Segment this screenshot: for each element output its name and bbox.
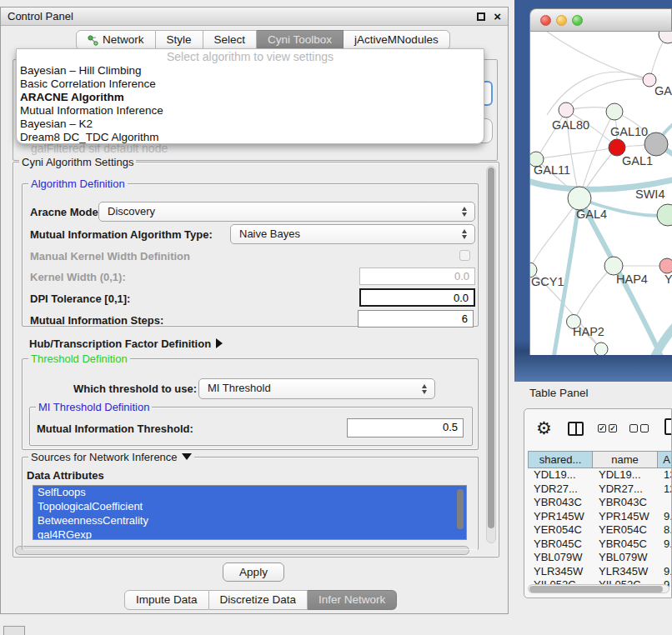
mi-type-label: Mutual Information Algorithm Type: [30,228,213,241]
spinner-arrows-icon [462,229,468,239]
tab-label: Impute Data [136,591,198,609]
unselect-all-checkboxes-icon[interactable] [629,424,649,432]
screen: Control Panel × Network Style Select Cyn… [0,0,672,635]
cell: YBL079W [528,551,593,565]
network-node[interactable] [559,102,574,118]
cell: YDL19... [528,468,593,482]
network-node[interactable] [606,103,623,120]
table-row[interactable]: YBR043CYBR043C [528,496,672,510]
control-panel-titlebar[interactable]: Control Panel × [1,8,508,26]
aracne-mode-combobox[interactable]: Discovery [98,202,475,222]
network-node[interactable] [568,187,591,210]
tab-label: Discretize Data [220,591,297,609]
cell: YBR043C [593,496,658,510]
tab-discretize-data[interactable]: Discretize Data [209,590,308,610]
close-traffic-light[interactable] [540,15,551,26]
settings-vertical-scrollbar[interactable] [486,166,496,543]
sources-group: Sources for Network Inference Data Attri… [22,457,479,550]
cell: 9. [658,538,672,552]
cell: YDR27... [528,482,593,497]
apply-button[interactable]: Apply [223,562,284,582]
node-label: GAL80 [552,118,589,132]
column-header-shared-name[interactable]: shared... [528,451,593,468]
hub-definition-section[interactable]: Hub/Transcription Factor Definition [29,336,223,351]
table-row[interactable]: YER054CYER054C8. [528,523,672,538]
which-threshold-label: Which threshold to use: [73,382,197,395]
cell: YBR043C [528,496,593,510]
zoom-traffic-light[interactable] [572,15,583,26]
manual-kernel-checkbox[interactable] [459,250,470,261]
network-window-titlebar[interactable] [529,8,672,32]
mi-steps-field[interactable]: 6 [358,310,474,328]
dropdown-item[interactable]: Basic Correlation Inference [17,78,484,91]
dropdown-item[interactable]: Bayesian – K2 [17,118,484,131]
expand-right-icon[interactable] [216,338,223,348]
export-table-icon[interactable] [664,418,672,435]
network-node-gal1[interactable] [609,139,625,156]
which-threshold-combobox[interactable]: MI Threshold [198,378,435,399]
mi-type-combobox[interactable]: Naive Bayes [230,224,475,244]
group-title: Sources for Network Inference [28,451,194,463]
table-horizontal-scrollbar[interactable] [528,584,669,593]
float-window-icon[interactable] [477,12,485,21]
tab-impute-data[interactable]: Impute Data [124,590,209,610]
table-row[interactable]: YDL19...YDL19...13 [528,468,672,482]
dropdown-item-aracne[interactable]: ARACNE Algorithm [17,91,484,104]
dropdown-item[interactable]: Bayesian – Hill Climbing [17,64,484,78]
list-scrollbar[interactable] [457,489,464,529]
select-all-checkboxes-icon[interactable]: ✓ ✓ [598,424,617,432]
dropdown-item[interactable]: Dream8 DC_TDC Algorithm [17,131,484,144]
node-label: GCY1 [531,275,564,288]
cell: YLR345W [593,565,658,579]
manual-kernel-label: Manual Kernel Width Definition [30,250,190,262]
table-panel-title: Table Panel [529,387,589,399]
cell: YLR345W [528,565,593,579]
network-node[interactable] [594,342,608,355]
dropdown-item[interactable]: Mutual Information Inference [17,104,484,118]
network-view-window: GAL8 GAL80 GAL10 GAL1 GAL11 GAL4 SWI4 GC… [529,8,672,357]
kernel-width-field[interactable]: 0.0 [359,268,475,285]
cell: 9. [658,565,672,579]
network-node[interactable] [659,258,672,273]
tab-infer-network[interactable]: Infer Network [308,590,397,610]
tab-select[interactable]: Select [203,30,258,50]
threshold-definition-group: Threshold Definition Which threshold to … [22,358,479,450]
combobox-value: Naive Bayes [239,228,300,240]
columns-icon[interactable] [568,422,584,436]
sources-title: Sources for Network Inference [31,451,178,463]
table-row[interactable]: YPR145WYPR145W9. [528,510,672,524]
network-canvas[interactable]: GAL8 GAL80 GAL10 GAL1 GAL11 GAL4 SWI4 GC… [529,32,672,355]
list-item[interactable]: BetweennessCentrality [33,514,466,528]
gear-icon[interactable]: ⚙ [536,419,552,438]
unchecked-box-icon [629,424,638,432]
minimize-traffic-light[interactable] [556,15,567,26]
close-icon[interactable]: × [494,8,501,25]
cell: YDL19... [593,468,658,482]
network-node[interactable] [644,132,668,156]
collapse-down-icon[interactable] [182,453,192,460]
cell: YBL079W [593,551,658,565]
list-item[interactable]: gal4RGexp [33,528,466,540]
network-node[interactable] [659,32,672,43]
mi-threshold-field[interactable]: 0.5 [347,418,464,438]
column-header-partial[interactable]: A [658,451,672,468]
tab-style[interactable]: Style [156,30,203,50]
data-attributes-list[interactable]: SelfLoops TopologicalCoefficient Between… [33,485,467,540]
tab-network[interactable]: Network [76,30,156,50]
collapsed-panel-button[interactable] [3,626,25,635]
column-header-name[interactable]: name [593,451,658,468]
dropdown-placeholder: Select algorithm to view settings [17,50,484,64]
mi-threshold-label: Mutual Information Threshold: [37,422,193,435]
cell: 12 [658,482,672,497]
table-row[interactable]: YDR27...YDR27...12 [528,482,672,497]
network-node[interactable] [657,204,672,226]
list-item[interactable]: TopologicalCoefficient [33,500,466,514]
list-item[interactable]: SelfLoops [33,486,466,500]
dpi-tolerance-field[interactable]: 0.0 [359,288,475,307]
tab-cyni-toolbox[interactable]: Cyni Toolbox [257,30,344,50]
table-row[interactable]: YBL079WYBL079W [528,551,672,565]
tab-jactivemnodules[interactable]: jActiveMNodules [344,30,450,50]
cyni-algorithm-settings-group: Cyni Algorithm Settings Algorithm Defini… [13,162,499,558]
table-row[interactable]: YBR045CYBR045C9. [528,538,672,552]
table-row[interactable]: YLR345WYLR345W9. [528,565,672,579]
